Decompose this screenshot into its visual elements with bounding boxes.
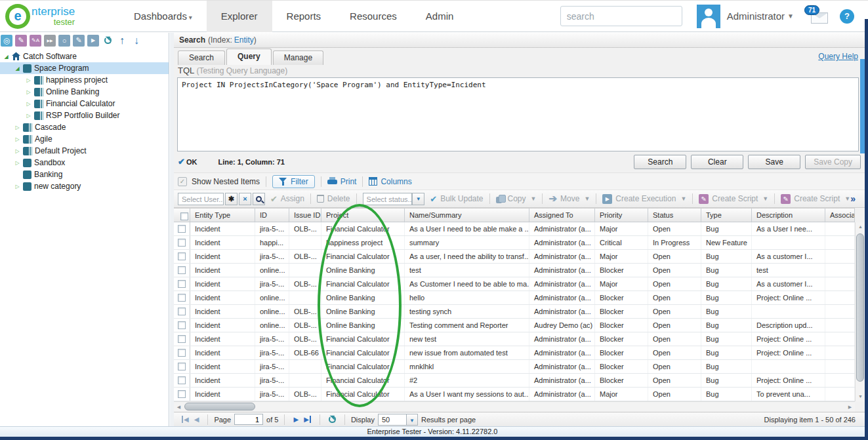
vertical-scrollbar[interactable]: ▲ ▼ xyxy=(855,222,865,401)
table-row[interactable]: Incidentonline...Online BankingtestAdmin… xyxy=(174,264,855,277)
row-checkbox[interactable] xyxy=(178,280,186,288)
column-header-name-summary[interactable]: Name/Summary xyxy=(405,209,529,222)
vertical-scroll-thumb[interactable] xyxy=(856,233,864,382)
next-page-button[interactable]: ▶ xyxy=(293,416,299,423)
column-header-priority[interactable]: Priority xyxy=(595,209,648,222)
user-menu[interactable]: Administrator xyxy=(727,10,785,22)
delete-button[interactable]: Delete xyxy=(317,194,350,203)
table-row[interactable]: Incidentjira-5-...Financial Calculatormn… xyxy=(174,360,855,374)
tree-toggle-icon[interactable]: ◢ xyxy=(2,54,10,60)
tree-item-agile[interactable]: ▷Agile xyxy=(0,133,169,145)
edit-run-icon[interactable]: ✎ xyxy=(73,35,85,47)
table-row[interactable]: Incidentjira-5-...OLB-...Financial Calcu… xyxy=(174,250,855,264)
horizontal-scrollbar[interactable]: ◀ ▶ xyxy=(174,401,855,412)
nav-item-admin[interactable]: Admin xyxy=(411,1,468,32)
tree-toggle-icon[interactable]: ▷ xyxy=(24,89,33,95)
table-row[interactable]: Incidentjira-5-...Financial Calculator#2… xyxy=(174,374,855,388)
first-page-button[interactable]: ◀ xyxy=(182,416,189,423)
user-wildcard-button[interactable]: ✱ xyxy=(225,193,238,205)
select-status-combo[interactable]: Select status... xyxy=(363,193,413,205)
table-row[interactable]: Incidentjira-5-...OLB-...Financial Calcu… xyxy=(174,277,855,291)
play-icon[interactable]: ▶ xyxy=(87,35,99,47)
scroll-down-icon[interactable]: ▼ xyxy=(856,392,865,401)
select-all-checkbox[interactable] xyxy=(180,212,188,220)
row-checkbox[interactable] xyxy=(178,266,186,274)
tree-item-new-category[interactable]: ▷new category xyxy=(0,180,169,192)
save-button[interactable]: Save xyxy=(748,155,800,169)
find-user-button[interactable] xyxy=(253,193,265,205)
column-header-id[interactable]: ID xyxy=(255,209,289,222)
editor-scrollbar[interactable] xyxy=(860,59,865,153)
table-row[interactable]: Incidenthappi...happiness projectsummary… xyxy=(174,236,855,250)
tree-item-online-banking[interactable]: ▷Online Banking xyxy=(0,86,169,98)
tree-toggle-icon[interactable]: ▷ xyxy=(13,160,22,166)
tree-toggle-icon[interactable]: ▷ xyxy=(24,113,33,119)
move-down-icon[interactable]: ↓ xyxy=(131,35,142,47)
page-number-input[interactable] xyxy=(234,414,263,425)
nav-item-resources[interactable]: Resources xyxy=(335,1,411,32)
help-button[interactable]: ? xyxy=(840,9,854,24)
column-header-description[interactable]: Description xyxy=(752,209,825,222)
prev-page-button[interactable]: ◀ xyxy=(194,416,199,423)
search-input[interactable] xyxy=(560,6,682,26)
scroll-right-icon[interactable]: ▶ xyxy=(845,402,855,412)
table-row[interactable]: Incidentonline...OLB-...Online BankingTe… xyxy=(174,319,855,332)
row-checkbox[interactable] xyxy=(178,349,186,357)
tree-item-sandbox[interactable]: ▷Sandbox xyxy=(0,157,169,169)
fast-forward-icon[interactable]: ▶▶ xyxy=(44,35,56,47)
filter-button[interactable]: Filter xyxy=(272,175,315,188)
nav-item-explorer[interactable]: Explorer xyxy=(207,1,272,32)
tree-toggle-icon[interactable]: ▷ xyxy=(13,184,22,190)
row-checkbox[interactable] xyxy=(178,239,186,247)
table-row[interactable]: Incidentjira-5-...OLB-...Financial Calcu… xyxy=(174,388,855,401)
columns-button[interactable]: Columns xyxy=(369,177,411,186)
tree-toggle-icon[interactable]: ▷ xyxy=(24,77,33,83)
create-script-button[interactable]: ✎ Create Script ▼ xyxy=(699,194,768,204)
row-checkbox[interactable] xyxy=(178,335,186,343)
assign-button[interactable]: ✔ Assign xyxy=(270,194,304,204)
column-header-entity-type[interactable]: Entity Type xyxy=(190,209,255,222)
row-checkbox[interactable] xyxy=(178,376,186,384)
tab-search[interactable]: Search xyxy=(178,50,225,65)
create-execution-button[interactable]: ▶ Create Execution ▼ xyxy=(602,194,686,204)
clear-button[interactable]: Clear xyxy=(691,155,743,169)
nav-item-dashboards[interactable]: Dashboards ▾ xyxy=(119,1,207,32)
print-button[interactable]: Print xyxy=(327,177,357,186)
row-checkbox[interactable] xyxy=(178,252,186,260)
table-row[interactable]: Incidentonline...Online BankinghelloAdmi… xyxy=(174,291,855,305)
table-row[interactable]: Incidentonline...OLB-...Online Bankingte… xyxy=(174,305,855,319)
move-button[interactable]: ➔ Move ▼ xyxy=(548,193,590,205)
row-checkbox[interactable] xyxy=(178,390,186,398)
search-button[interactable]: Search xyxy=(634,155,686,169)
scroll-up-icon[interactable]: ▲ xyxy=(856,222,865,231)
edit-icon[interactable]: ✎ xyxy=(15,35,27,47)
avatar[interactable] xyxy=(697,5,720,28)
save-copy-button[interactable]: Save Copy xyxy=(805,155,861,169)
refresh-icon[interactable] xyxy=(329,416,336,423)
record-icon[interactable]: ○ xyxy=(58,35,70,47)
edit-text-icon[interactable]: ✎A xyxy=(30,35,41,47)
create-script-button-2[interactable]: ✎ Create Script ▼ xyxy=(781,194,850,204)
row-checkbox[interactable] xyxy=(178,294,186,302)
tree-item-rsp-portfolio-builder[interactable]: ▷RSP Portfolio Builder xyxy=(0,110,169,121)
row-checkbox[interactable] xyxy=(178,363,186,370)
copy-button[interactable]: Copy ▼ xyxy=(496,194,537,203)
column-header-associated[interactable]: Associated S xyxy=(825,209,855,222)
row-checkbox[interactable] xyxy=(178,321,186,329)
table-row[interactable]: Incidentjira-5-...OLB-...Financial Calcu… xyxy=(174,332,855,346)
tree-toggle-icon[interactable]: ◢ xyxy=(13,66,22,71)
bulk-update-button[interactable]: ✔ Bulk Update xyxy=(430,194,483,204)
table-row[interactable]: Incidentjira-5-...OLB-...Financial Calcu… xyxy=(174,222,855,236)
status-dropdown-button[interactable]: ▼ xyxy=(412,193,424,205)
index-link[interactable]: Entity xyxy=(234,35,254,45)
app-logo[interactable]: e nterprise tester xyxy=(5,4,105,29)
page-size-select[interactable]: 50 ▼ xyxy=(378,414,418,426)
tree-toggle-icon[interactable]: ▷ xyxy=(13,148,22,154)
tree-item-happiness-project[interactable]: ▷happiness project xyxy=(0,74,169,86)
tab-query[interactable]: Query xyxy=(226,49,272,65)
last-page-button[interactable]: ▶ xyxy=(304,416,311,423)
select-user-combo[interactable]: Select User... xyxy=(178,193,224,205)
column-header-type[interactable]: Type xyxy=(701,209,752,222)
nav-item-reports[interactable]: Reports xyxy=(272,1,336,32)
scroll-left-icon[interactable]: ◀ xyxy=(174,402,184,412)
